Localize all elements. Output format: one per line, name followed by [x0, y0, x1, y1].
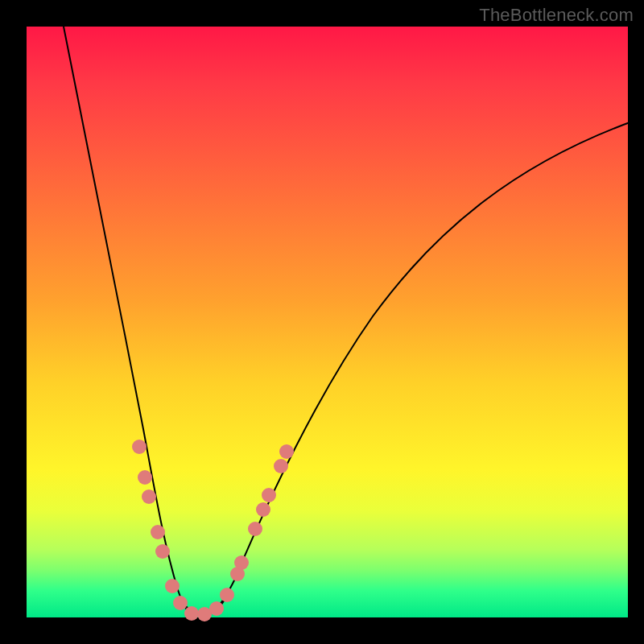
svg-point-9: [209, 601, 224, 616]
svg-point-15: [262, 488, 276, 502]
curve-path: [63, 23, 632, 614]
svg-point-17: [279, 444, 294, 459]
svg-point-10: [220, 588, 234, 602]
svg-point-4: [155, 544, 170, 559]
svg-point-14: [256, 502, 270, 517]
svg-point-1: [138, 470, 152, 485]
svg-point-5: [165, 579, 180, 593]
svg-point-16: [274, 459, 288, 473]
svg-point-2: [142, 489, 156, 504]
svg-point-3: [151, 525, 165, 539]
svg-point-6: [173, 596, 188, 610]
svg-point-0: [132, 440, 147, 454]
svg-point-13: [248, 522, 262, 536]
watermark-text: TheBottleneck.com: [479, 5, 634, 26]
svg-point-12: [234, 555, 249, 570]
svg-point-7: [184, 606, 199, 621]
plot-area: [27, 27, 628, 617]
chart-frame: TheBottleneck.com: [0, 0, 644, 644]
highlight-dots: [132, 440, 294, 621]
bottleneck-curve: [27, 27, 628, 617]
